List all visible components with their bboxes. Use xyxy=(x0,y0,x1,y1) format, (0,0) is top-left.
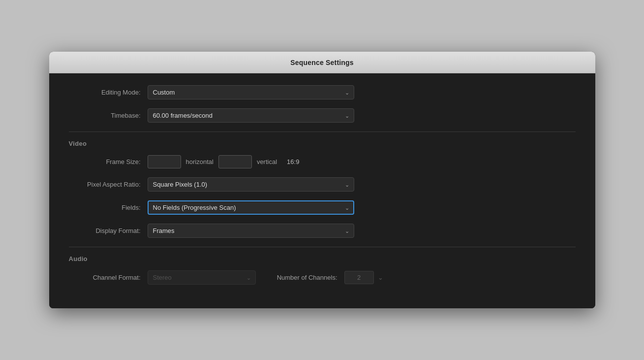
fields-select[interactable]: No Fields (Progressive Scan) xyxy=(148,200,354,215)
channel-format-select: Stereo xyxy=(148,270,256,285)
pixel-aspect-select[interactable]: Square Pixels (1.0) xyxy=(148,177,354,192)
video-section-header: Video xyxy=(69,140,576,147)
display-format-row: Display Format: Frames ⌄ xyxy=(69,224,576,238)
pixel-aspect-row: Pixel Aspect Ratio: Square Pixels (1.0) … xyxy=(69,177,576,192)
display-format-select[interactable]: Frames xyxy=(148,224,354,238)
timebase-select[interactable]: 60.00 frames/second xyxy=(148,108,354,123)
channel-format-select-wrapper: Stereo ⌄ xyxy=(148,270,256,285)
window-title: Sequence Settings xyxy=(290,59,354,66)
channel-format-label: Channel Format: xyxy=(69,274,148,281)
num-channels-value: 2 xyxy=(344,271,374,284)
horizontal-label: horizontal xyxy=(186,158,214,165)
frame-height-input[interactable]: 720 xyxy=(218,155,252,168)
video-divider xyxy=(69,131,576,132)
fields-row: Fields: No Fields (Progressive Scan) ⌄ xyxy=(69,200,576,215)
pixel-aspect-label: Pixel Aspect Ratio: xyxy=(69,181,148,188)
title-bar: Sequence Settings xyxy=(49,52,595,73)
sequence-settings-window: Sequence Settings Editing Mode: Custom ⌄… xyxy=(49,52,595,308)
display-format-label: Display Format: xyxy=(69,227,148,234)
editing-mode-row: Editing Mode: Custom ⌄ xyxy=(69,85,576,99)
vertical-label: vertical xyxy=(257,158,277,165)
display-format-select-wrapper: Frames ⌄ xyxy=(148,224,354,238)
frame-size-label: Frame Size: xyxy=(69,158,148,165)
content-area: Editing Mode: Custom ⌄ Timebase: 60.00 f… xyxy=(49,73,595,308)
timebase-select-wrapper: 60.00 frames/second ⌄ xyxy=(148,108,354,123)
frame-size-row: Frame Size: 1280 horizontal 720 vertical… xyxy=(69,155,576,168)
frame-width-input[interactable]: 1280 xyxy=(148,155,181,168)
num-channels-label: Number of Channels: xyxy=(256,274,344,281)
editing-mode-select[interactable]: Custom xyxy=(148,85,354,99)
fields-label: Fields: xyxy=(69,204,148,211)
timebase-label: Timebase: xyxy=(69,112,148,119)
timebase-row: Timebase: 60.00 frames/second ⌄ xyxy=(69,108,576,123)
audio-row: Channel Format: Stereo ⌄ Number of Chann… xyxy=(69,270,576,285)
pixel-aspect-select-wrapper: Square Pixels (1.0) ⌄ xyxy=(148,177,354,192)
audio-divider xyxy=(69,247,576,247)
aspect-ratio-display: 16:9 xyxy=(287,158,299,165)
fields-select-wrapper: No Fields (Progressive Scan) ⌄ xyxy=(148,200,354,215)
editing-mode-select-wrapper: Custom ⌄ xyxy=(148,85,354,99)
num-channels-chevron-icon: ⌄ xyxy=(378,274,383,281)
audio-section-header: Audio xyxy=(69,255,576,262)
editing-mode-label: Editing Mode: xyxy=(69,89,148,96)
